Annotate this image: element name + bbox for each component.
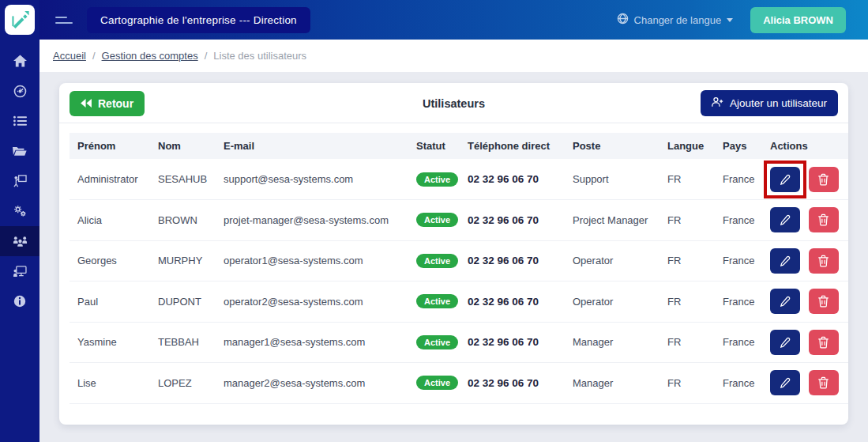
cell-pays: France [723,363,770,404]
delete-user-button[interactable] [809,248,839,274]
delete-user-button[interactable] [809,330,839,355]
cell-poste: Manager [573,322,667,363]
cell-email: operator2@sesa-systems.com [224,281,416,323]
cell-pays: France [723,159,770,200]
trash-icon [817,255,829,267]
sidebar-item-folder[interactable] [0,136,39,166]
sidebar-item-training[interactable] [0,166,39,196]
delete-user-button[interactable] [809,167,839,192]
double-left-arrow-icon [81,97,92,110]
pencil-icon [779,213,791,226]
cell-poste: Project Manager [573,200,667,241]
table-row: Lise LOPEZ manager2@sesa-systems.com Act… [70,363,848,404]
users-table: PrénomNomE-mailStatutTéléphone directPos… [70,133,848,404]
table-body: Administrator SESAHUB support@sesa-syste… [70,159,848,403]
breadcrumb-item: Liste des utilisateurs [213,50,306,62]
users-group-icon [13,236,28,247]
trainer-board-icon [13,175,27,187]
column-header: Poste [573,133,667,159]
cell-statut: Active [416,240,468,281]
breadcrumb-item[interactable]: Gestion des comptes [102,50,198,62]
table-row: Georges MURPHY operator1@sesa-systems.co… [70,240,848,281]
sesa-logo-icon [5,5,35,35]
status-badge: Active [416,376,458,390]
table-row: Administrator SESAHUB support@sesa-syste… [70,159,848,200]
navbar-right: Changer de langue Alicia BROWN [617,7,868,33]
cell-email: manager1@sesa-systems.com [224,322,416,363]
globe-icon [617,13,629,27]
delete-user-button[interactable] [809,289,839,314]
sidebar-item-list[interactable] [0,106,39,136]
column-header: E-mail [224,133,416,159]
cell-langue: FR [667,322,723,363]
trash-icon [817,376,829,389]
cell-statut: Active [416,200,468,241]
pencil-icon [779,295,791,308]
user-account-button[interactable]: Alicia BROWN [750,7,846,33]
column-header: Nom [158,133,224,159]
cell-pays: France [723,200,770,241]
breadcrumb-strip: Accueil/Gestion des comptes/Liste des ut… [39,40,868,72]
breadcrumb-separator: / [92,50,96,62]
cell-langue: FR [667,363,723,404]
cell-telephone: 02 32 96 06 70 [468,363,573,404]
sidebar-item-users[interactable] [0,226,39,256]
edit-user-button[interactable] [770,370,800,395]
edit-user-button[interactable] [770,248,800,274]
sidebar-menu [0,46,39,316]
logo-box[interactable] [0,0,39,40]
info-icon [13,295,26,308]
edit-user-button[interactable] [770,167,800,192]
column-header: Langue [667,133,723,159]
delete-user-button[interactable] [809,370,839,395]
language-dropdown[interactable]: Changer de langue [617,13,734,27]
person-screen-icon [13,266,27,278]
breadcrumb-separator: / [205,50,208,62]
sidebar-item-settings[interactable] [0,196,39,226]
delete-user-button[interactable] [809,207,839,232]
cell-telephone: 02 32 96 06 70 [468,240,573,281]
back-button[interactable]: Retour [70,91,145,116]
cell-pays: France [723,240,770,281]
trash-icon [817,213,829,226]
sidebar-item-info[interactable] [0,286,39,316]
cell-pays: France [723,322,770,363]
edit-user-button[interactable] [770,207,800,232]
hamburger-icon[interactable] [55,17,73,24]
cell-actions [770,363,848,404]
trash-icon [817,295,829,308]
column-header: Téléphone direct [468,133,573,159]
top-navbar: Cartographie de l'entreprise --- Directi… [39,0,868,40]
cell-actions [770,322,848,363]
list-icon [13,115,27,127]
cell-nom: SESAHUB [158,159,224,200]
app-window: Cartographie de l'entreprise --- Directi… [0,0,868,442]
pencil-icon [779,255,791,267]
cell-nom: DUPONT [158,281,224,323]
status-badge: Active [416,335,458,349]
card-header: Retour Utilisateurs Ajouter un utilisate… [59,83,848,123]
add-user-button[interactable]: Ajouter un utilisateur [701,90,838,116]
edit-user-button[interactable] [770,289,800,314]
cell-statut: Active [416,363,468,404]
cell-langue: FR [667,281,723,323]
dashboard-icon [13,85,27,98]
cell-prenom: Administrator [70,159,158,200]
sidebar [0,0,39,442]
pencil-icon [779,376,791,389]
sidebar-item-home[interactable] [0,46,39,76]
cell-poste: Manager [573,363,667,404]
sidebar-item-dashboard[interactable] [0,76,39,106]
sidebar-item-support[interactable] [0,256,39,286]
language-label: Changer de langue [634,14,722,26]
folder-icon [13,145,27,157]
breadcrumb-item[interactable]: Accueil [53,50,86,62]
cell-nom: LOPEZ [158,363,224,404]
cell-nom: MURPHY [158,240,224,281]
edit-user-button[interactable] [770,330,800,355]
cell-telephone: 02 32 96 06 70 [468,281,573,323]
cell-langue: FR [667,159,723,200]
cell-telephone: 02 32 96 06 70 [468,159,573,200]
cell-prenom: Paul [70,281,158,323]
users-card: Retour Utilisateurs Ajouter un utilisate… [59,83,848,425]
